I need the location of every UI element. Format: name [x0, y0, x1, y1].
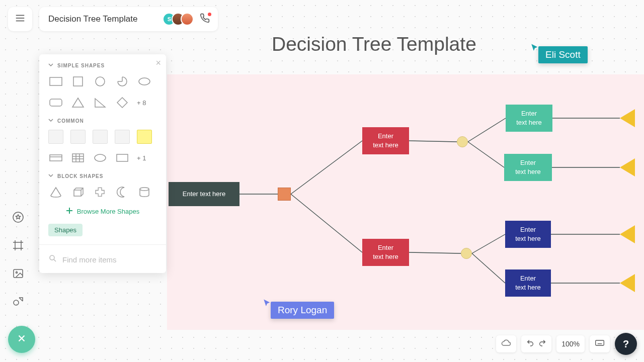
node-navy-2[interactable]: Enter text here	[505, 269, 551, 297]
svg-point-3	[13, 212, 23, 222]
node-teal-1[interactable]: Enter text here	[506, 105, 552, 132]
shapes-tool[interactable]	[11, 296, 25, 310]
shape-common-2[interactable]	[70, 130, 86, 144]
section-simple-shapes[interactable]: SIMPLE SHAPES	[48, 62, 157, 68]
junction-circle-top[interactable]	[457, 136, 468, 147]
junction-circle-bottom[interactable]	[461, 248, 472, 259]
node-red-bottom[interactable]: Enter text here	[362, 239, 409, 266]
svg-line-33	[54, 259, 56, 261]
end-marker[interactable]	[620, 109, 635, 127]
shape-plus[interactable]	[93, 185, 108, 199]
collaborator-cursor-eli: Eli Scott	[530, 43, 588, 63]
plus-icon	[66, 207, 73, 216]
shape-arc[interactable]	[115, 74, 130, 88]
shapes-panel: × SIMPLE SHAPES + 8 COMMON	[39, 54, 166, 273]
shapes-icon	[12, 296, 24, 310]
zoom-control[interactable]: 100%	[556, 335, 585, 352]
end-marker[interactable]	[620, 158, 635, 176]
document-title[interactable]: Decision Tree Template	[48, 14, 137, 24]
svg-point-10	[14, 300, 19, 305]
shape-circle[interactable]	[93, 74, 108, 88]
shape-common-1[interactable]	[48, 130, 63, 144]
svg-rect-47	[596, 340, 604, 345]
more-shapes-simple[interactable]: + 8	[137, 99, 146, 107]
shape-triangle[interactable]	[70, 96, 86, 110]
svg-point-27	[95, 154, 106, 161]
end-marker[interactable]	[620, 274, 635, 292]
collaborator-name: Rory Logan	[271, 302, 334, 319]
shape-rectangle[interactable]	[48, 74, 63, 88]
shape-cone[interactable]	[48, 185, 63, 199]
search-input[interactable]	[62, 255, 158, 264]
shape-common-4[interactable]	[115, 130, 130, 144]
shape-square[interactable]	[70, 74, 86, 88]
cloud-sync-button[interactable]	[496, 335, 516, 352]
svg-rect-28	[117, 154, 128, 161]
close-icon: ×	[155, 58, 161, 68]
svg-rect-13	[50, 77, 62, 85]
collaborator-cursor-rory: Rory Logan	[263, 299, 334, 319]
phone-icon	[200, 13, 210, 25]
presence-avatars[interactable]: S	[163, 13, 194, 26]
image-icon	[12, 267, 24, 282]
sticker-tool[interactable]	[11, 211, 25, 225]
shape-cylinder[interactable]	[137, 185, 152, 199]
shape-common-3[interactable]	[93, 130, 108, 144]
section-common[interactable]: COMMON	[48, 118, 157, 124]
help-button[interactable]: ?	[615, 333, 637, 355]
shape-crescent[interactable]	[115, 185, 130, 199]
junction-square[interactable]	[278, 188, 291, 201]
frame-tool[interactable]	[11, 239, 25, 253]
keyboard-icon	[595, 338, 605, 350]
image-tool[interactable]	[11, 267, 25, 282]
node-teal-2[interactable]: Enter text here	[504, 154, 552, 181]
cloud-icon	[501, 338, 511, 350]
chevron-down-icon	[48, 118, 53, 124]
shape-rect2[interactable]	[115, 151, 130, 165]
panel-close-button[interactable]: ×	[155, 58, 161, 67]
frame-icon	[12, 239, 24, 253]
undo-button[interactable]	[526, 339, 534, 349]
chevron-down-icon	[48, 173, 53, 179]
close-icon	[16, 333, 27, 346]
redo-button[interactable]	[538, 339, 546, 349]
call-button[interactable]	[199, 13, 211, 25]
shape-sticky-note[interactable]	[137, 130, 152, 144]
chevron-down-icon	[48, 62, 53, 68]
keyboard-shortcuts-button[interactable]	[590, 335, 610, 352]
title-bar: Decision Tree Template S	[39, 7, 218, 31]
svg-rect-22	[72, 154, 84, 162]
node-root[interactable]: Enter text here	[169, 182, 239, 206]
node-red-top[interactable]: Enter text here	[362, 127, 409, 154]
shapes-tab[interactable]: Shapes	[48, 224, 83, 236]
close-panel-fab[interactable]	[8, 326, 35, 353]
browse-more-shapes[interactable]: Browse More Shapes	[39, 204, 166, 223]
svg-rect-8	[14, 269, 23, 278]
avatar[interactable]	[181, 13, 194, 26]
svg-point-29	[140, 188, 149, 191]
hamburger-icon	[15, 13, 26, 26]
page-title[interactable]: Decision Tree Template	[272, 33, 476, 55]
svg-point-32	[50, 255, 54, 260]
shape-table[interactable]	[70, 151, 86, 165]
shape-note-rect[interactable]	[48, 151, 63, 165]
more-shapes-common[interactable]: + 1	[137, 154, 146, 162]
node-navy-1[interactable]: Enter text here	[505, 221, 551, 248]
svg-rect-14	[73, 77, 83, 86]
search-icon	[48, 254, 57, 265]
shape-rounded-rect[interactable]	[48, 96, 63, 110]
svg-point-15	[96, 77, 105, 86]
collaborator-name: Eli Scott	[538, 46, 588, 63]
shape-right-triangle[interactable]	[93, 96, 108, 110]
shape-ellipse[interactable]	[137, 74, 152, 88]
svg-rect-19	[50, 99, 62, 106]
svg-point-18	[139, 78, 150, 85]
menu-button[interactable]	[8, 7, 32, 31]
svg-point-9	[16, 272, 18, 274]
star-cursor-icon	[12, 211, 24, 225]
section-block-shapes[interactable]: BLOCK SHAPES	[48, 173, 157, 179]
end-marker[interactable]	[620, 225, 635, 243]
shape-oval[interactable]	[93, 151, 108, 165]
shape-diamond[interactable]	[115, 96, 130, 110]
shape-cube[interactable]	[70, 185, 86, 199]
